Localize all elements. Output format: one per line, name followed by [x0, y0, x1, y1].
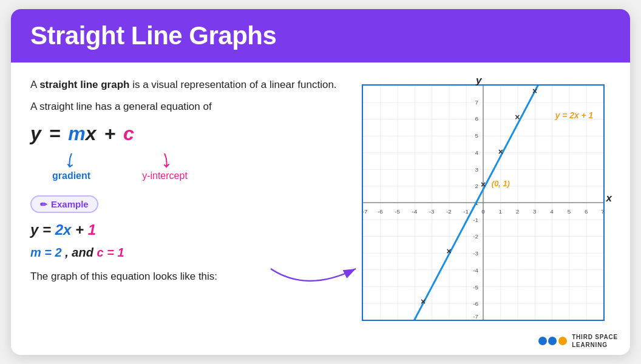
svg-text:6: 6	[585, 208, 588, 215]
svg-text:0: 0	[481, 208, 485, 215]
logo-text: THIRD SPACE LEARNING	[572, 333, 618, 349]
ex-2x: 2x	[55, 221, 72, 238]
svg-text:-5: -5	[395, 208, 400, 215]
graph-wrapper: y x	[362, 77, 605, 323]
svg-text:-7: -7	[362, 208, 368, 215]
graph-description: The graph of this equation looks like th…	[30, 271, 341, 283]
svg-text:3: 3	[533, 208, 537, 215]
example-badge: ✏ Example	[30, 195, 98, 213]
header-section: Straight Line Graphs	[11, 9, 630, 62]
right-panel: y x	[356, 77, 611, 323]
svg-text:7: 7	[475, 99, 479, 106]
and-text: , and	[62, 246, 97, 259]
gradient-label-group: gradient	[52, 153, 90, 181]
svg-text:5: 5	[475, 132, 479, 139]
ex-c: c = 1	[97, 246, 124, 259]
eq-y: y	[30, 123, 41, 145]
x-axis-label: x	[606, 192, 612, 204]
svg-text:-3: -3	[429, 208, 435, 215]
ex-m: m = 2	[30, 246, 62, 259]
svg-text:-2: -2	[473, 233, 478, 240]
logo-circle-orange	[558, 337, 567, 345]
pencil-icon: ✏	[40, 200, 47, 209]
svg-text:-4: -4	[473, 267, 478, 274]
left-panel: A straight line graph is a visual repres…	[30, 77, 341, 323]
main-card: Straight Line Graphs A straight line gra…	[11, 9, 630, 355]
footer: THIRD SPACE LEARNING	[11, 333, 630, 355]
svg-text:5: 5	[568, 208, 571, 215]
yintercept-label-group: y-intercept	[142, 153, 188, 181]
svg-text:2: 2	[475, 183, 479, 189]
eq-c: c	[123, 123, 134, 145]
example-vars: m = 2 , and c = 1	[30, 246, 341, 260]
logo-line2: LEARNING	[572, 341, 618, 349]
svg-text:-4: -4	[412, 208, 418, 215]
svg-text:6: 6	[475, 115, 479, 122]
svg-text:y = 2x + 1: y = 2x + 1	[555, 110, 593, 120]
svg-text:-6: -6	[378, 208, 383, 215]
ex-y: y	[30, 221, 38, 238]
svg-text:(0, 1): (0, 1)	[492, 179, 510, 188]
logo-icon	[538, 337, 567, 345]
svg-text:3: 3	[475, 166, 479, 173]
y-axis-label: y	[476, 75, 481, 87]
logo-area: THIRD SPACE LEARNING	[538, 333, 618, 349]
svg-text:-2: -2	[446, 208, 452, 215]
gradient-label: gradient	[52, 170, 90, 181]
svg-text:×: ×	[481, 180, 486, 189]
svg-text:-6: -6	[473, 300, 478, 307]
logo-line1: THIRD SPACE	[572, 333, 618, 341]
svg-text:×: ×	[532, 86, 537, 96]
intro-line1: A straight line graph is a visual repres…	[30, 77, 341, 93]
content-area: A straight line graph is a visual repres…	[11, 62, 630, 333]
svg-text:7: 7	[601, 208, 605, 215]
svg-text:-1: -1	[463, 208, 469, 215]
svg-text:-1: -1	[473, 217, 478, 223]
svg-text:×: ×	[447, 246, 452, 256]
svg-text:×: ×	[515, 112, 520, 122]
eq-m: m	[68, 123, 85, 145]
example-label: Example	[51, 199, 89, 209]
intro-line2: A straight line has a general equation o…	[30, 99, 341, 115]
general-equation: y = m x + c	[30, 123, 341, 145]
eq-plus: +	[99, 123, 121, 145]
gradient-arrow-icon	[65, 153, 78, 170]
svg-text:-3: -3	[473, 250, 478, 257]
eq-x: x	[86, 123, 97, 145]
example-equation: y = 2x + 1	[30, 221, 341, 238]
svg-text:×: ×	[421, 297, 426, 306]
eq-equals: =	[44, 123, 66, 145]
ex-1: 1	[88, 221, 96, 238]
logo-circle-blue2	[548, 337, 557, 345]
yintercept-arrow-icon	[158, 153, 171, 170]
graph-svg: 0 1 2 3 4 5 6 7 -1 -2 -3 -4 -5 -6 -7 1	[362, 84, 605, 321]
svg-text:1: 1	[499, 208, 503, 215]
yintercept-label: y-intercept	[142, 170, 188, 181]
svg-text:4: 4	[475, 149, 479, 156]
svg-text:2: 2	[516, 208, 520, 215]
svg-text:-7: -7	[473, 313, 478, 320]
logo-circle-blue	[538, 337, 547, 345]
svg-text:×: ×	[498, 147, 503, 157]
bold-term: straight line graph	[39, 79, 129, 90]
svg-text:4: 4	[550, 208, 554, 215]
page-title: Straight Line Graphs	[30, 21, 611, 50]
svg-text:-5: -5	[473, 284, 478, 291]
